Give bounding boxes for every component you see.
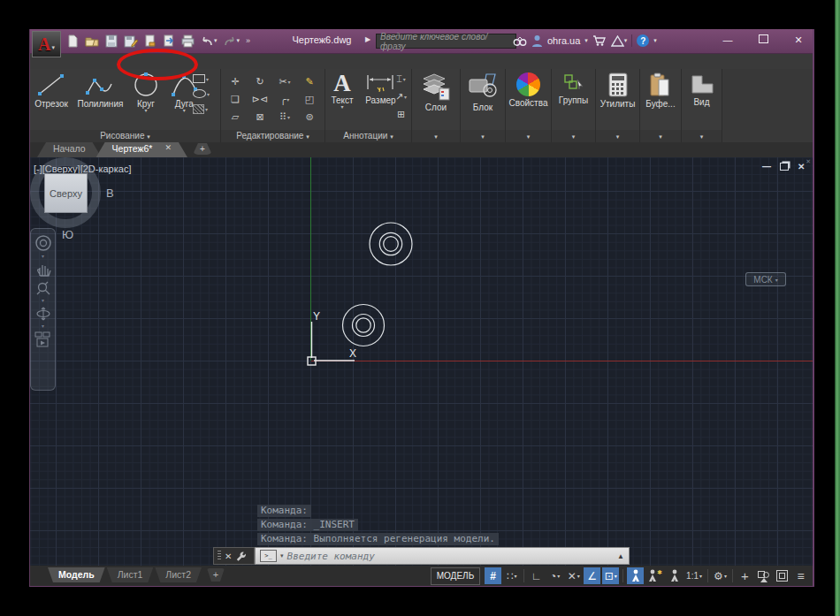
customization-menu-button[interactable]: ≡ xyxy=(792,567,809,584)
ellipse-tool-button[interactable]: ▾ xyxy=(193,89,210,98)
panel-utilities-footer[interactable]: ▾ xyxy=(596,130,639,142)
stretch-tool-button[interactable]: ▱ xyxy=(223,108,248,125)
multileader-tool-button[interactable]: ⌶▾ xyxy=(394,73,408,85)
line-tool-button[interactable]: Отрезок xyxy=(30,69,73,109)
orbit-icon[interactable] xyxy=(35,306,51,322)
plot-stamp-icon[interactable] xyxy=(144,34,157,48)
viewport-close-icon[interactable]: ✕ xyxy=(798,162,805,171)
explode-tool-button[interactable]: ◰ xyxy=(297,90,322,108)
clipboard-button[interactable]: Буфе... xyxy=(640,69,681,109)
array-tool-button[interactable]: ⠿▾ xyxy=(272,108,297,125)
viewport-minimize-icon[interactable]: — xyxy=(762,162,771,171)
scale-tool-button[interactable]: ⊠ xyxy=(248,108,272,125)
search-input[interactable]: Введите ключевое слово/фразу xyxy=(376,34,516,49)
viewcube-top-face[interactable]: Сверху xyxy=(44,173,88,213)
properties-button[interactable]: Свойства xyxy=(506,69,551,108)
rotate-tool-button[interactable]: ↻ xyxy=(248,72,272,90)
grid-toggle[interactable]: # xyxy=(485,567,501,584)
ellipse-dropdown-icon[interactable]: ▾ xyxy=(207,91,210,97)
help-button[interactable]: ? xyxy=(637,34,649,47)
layout-tab-list2[interactable]: Лист2 xyxy=(155,567,202,582)
search-binoculars-icon[interactable] xyxy=(513,35,527,47)
crosshair-button[interactable]: + xyxy=(737,567,753,584)
table-tool-button[interactable]: ⊞ xyxy=(394,109,408,120)
maximize-button[interactable] xyxy=(753,34,773,45)
undo-dropdown-icon[interactable]: ▾ xyxy=(214,37,218,44)
open-file-icon[interactable] xyxy=(85,34,99,48)
save-icon[interactable] xyxy=(105,34,118,48)
dock-close-icon[interactable]: ✕ xyxy=(225,551,232,561)
viewcube-east[interactable]: В xyxy=(106,186,114,200)
rectangle-dropdown-icon[interactable]: ▾ xyxy=(206,76,209,82)
mirror-tool-button[interactable]: ⊳⊲ xyxy=(248,90,272,108)
exchange-apps-button[interactable]: ▾ xyxy=(611,35,628,47)
user-icon[interactable] xyxy=(531,34,543,47)
panel-clipboard-footer[interactable]: ▾ xyxy=(640,130,681,142)
drawing-circles[interactable] xyxy=(343,223,413,346)
viewport-restore-icon[interactable] xyxy=(780,163,789,171)
file-tab-close-icon[interactable]: ✕ xyxy=(164,143,172,157)
drawing-viewport[interactable]: Y X [-][Сверху][2D-каркас] — ✕ С Ю З В С… xyxy=(30,157,813,566)
save-as-icon[interactable] xyxy=(124,34,138,48)
utilities-button[interactable]: Утилиты xyxy=(596,69,639,109)
workspace-gear-button[interactable]: ⚙▾ xyxy=(712,567,729,584)
panel-draw-footer[interactable]: Рисование ▾ xyxy=(30,130,220,142)
redo-dropdown-icon[interactable]: ▾ xyxy=(237,37,241,44)
panel-groups-footer[interactable]: ▾ xyxy=(552,130,595,142)
view-button[interactable]: Вид xyxy=(682,69,722,107)
new-file-icon[interactable] xyxy=(67,34,79,48)
text-tool-button[interactable]: A Текст ▾ xyxy=(325,69,359,109)
copy-tool-button[interactable]: ❏ xyxy=(223,90,248,108)
dock-customize-wrench-icon[interactable] xyxy=(235,551,247,562)
annotation-visibility-toggle[interactable] xyxy=(627,567,644,584)
panel-properties-footer[interactable]: ▾ xyxy=(506,130,551,142)
search-expand-icon[interactable]: ▶ xyxy=(365,35,370,43)
snap-toggle[interactable]: ∷▾ xyxy=(503,567,520,584)
account-dropdown-icon[interactable]: ▾ xyxy=(584,37,588,44)
command-prompt-dropdown-icon[interactable]: ▾ xyxy=(280,552,284,559)
polyline-tool-button[interactable]: Полилиния xyxy=(76,69,124,109)
dock-grip-handle[interactable] xyxy=(218,551,221,561)
cart-icon[interactable] xyxy=(592,34,607,47)
layout-tab-model[interactable]: Модель xyxy=(48,567,105,582)
isolate-objects-button[interactable] xyxy=(755,567,772,584)
file-tab-start[interactable]: Начало xyxy=(37,142,102,157)
arc-dropdown-icon[interactable]: ▾ xyxy=(183,109,186,112)
annotation-scale-value[interactable]: 1:1▾ xyxy=(684,567,704,584)
object-snap-toggle[interactable]: ⊡▾ xyxy=(602,567,619,584)
panel-modify-footer[interactable]: Редактирование ▾ xyxy=(221,130,325,142)
circle-tool-button[interactable]: Круг ▾ xyxy=(128,69,164,112)
trim-tool-button[interactable]: ✂▾ xyxy=(272,72,297,90)
clean-screen-button[interactable] xyxy=(774,567,790,584)
dimension-tool-button[interactable]: Размер xyxy=(363,69,398,105)
qat-expand-icon[interactable]: » xyxy=(246,36,249,45)
hatch-tool-button[interactable]: ▾ xyxy=(193,104,210,114)
layers-button[interactable]: Слои xyxy=(412,69,460,112)
zoom-icon[interactable] xyxy=(35,280,51,296)
panel-block-footer[interactable]: ▾ xyxy=(461,130,505,142)
text-dropdown-icon[interactable]: ▾ xyxy=(340,105,343,109)
object-snap-tracking-toggle[interactable]: ∠ xyxy=(584,567,600,584)
ortho-toggle[interactable]: ∟ xyxy=(528,567,545,584)
account-name[interactable]: ohra.ua xyxy=(547,35,580,46)
print-icon[interactable] xyxy=(181,34,195,48)
annotation-scale-toggle[interactable] xyxy=(666,567,683,584)
offset-tool-button[interactable]: ⊜ xyxy=(297,108,322,125)
undo-button[interactable]: ▾ xyxy=(201,35,218,47)
navbar-close-icon[interactable]: ✕ xyxy=(806,158,811,165)
file-tab-drawing[interactable]: Чертеж6* ✕ xyxy=(96,142,187,157)
viewcube-south[interactable]: Ю xyxy=(62,228,73,241)
steering-wheel-icon[interactable] xyxy=(34,234,52,252)
panel-layers-footer[interactable]: ▾ xyxy=(412,130,460,142)
groups-button[interactable]: Группы xyxy=(552,69,595,105)
minimize-button[interactable]: — xyxy=(718,34,737,45)
command-history-up-icon[interactable]: ▲ xyxy=(617,552,624,560)
circle-dropdown-icon[interactable]: ▾ xyxy=(144,109,147,112)
command-input[interactable]: >_ ▾ Введите команду ▲ xyxy=(255,547,630,565)
panel-view-footer[interactable]: ▾ xyxy=(682,130,722,142)
exchange-dropdown-icon[interactable]: ▾ xyxy=(624,37,628,44)
help-dropdown-icon[interactable]: ▾ xyxy=(653,37,657,44)
close-button[interactable]: ✕ xyxy=(789,34,808,46)
polar-tracking-toggle[interactable]: ◔▾ xyxy=(546,567,563,584)
pan-hand-icon[interactable] xyxy=(35,262,51,278)
